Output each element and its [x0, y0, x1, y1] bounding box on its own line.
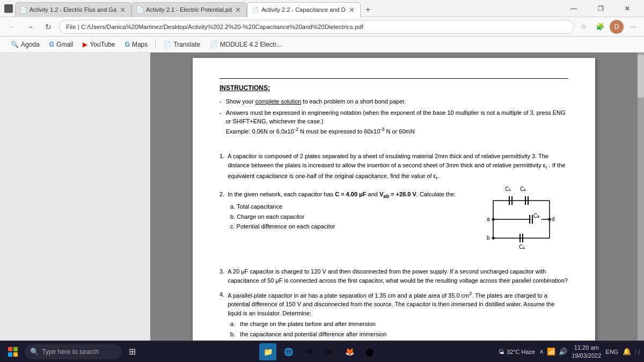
c3-label: C₃: [533, 213, 539, 219]
menu-icon[interactable]: ···: [627, 20, 640, 33]
weather-info: 🌤 32°C Haze: [499, 349, 535, 355]
task-view-button[interactable]: ⊞: [125, 344, 140, 359]
taskbar-edge[interactable]: 🌐: [280, 343, 297, 360]
tab-close-2[interactable]: ✕: [234, 6, 242, 14]
scrollbar-thumb[interactable]: [638, 55, 644, 98]
tab-close-3[interactable]: ✕: [348, 6, 356, 14]
taskbar-email[interactable]: ✉: [300, 343, 317, 360]
tab-1[interactable]: 📄 Activity 1.2 - Electric Flux and Ga ✕: [15, 2, 131, 17]
problem-1-text: A capacitor is composed of 2 plates sepa…: [228, 152, 568, 182]
clock-time: 11:20 am: [572, 344, 601, 351]
taskbar-search-text: Type here to search: [42, 348, 99, 356]
store-icon: 🛍: [325, 348, 333, 356]
address-bar: ← → ↻ ☆ 🧩 D ···: [0, 17, 644, 36]
taskbar-file-explorer[interactable]: 📁: [259, 343, 276, 360]
problem-2-sub-c: c. Potential difference on each capacito…: [230, 222, 466, 231]
pdf-viewer[interactable]: INSTRUCTIONS: - Show your complete solut…: [150, 53, 638, 341]
bookmark-module-label: MODULE 4.2 Electr...: [220, 41, 282, 48]
problem-4-sub-b: b. the capacitance and potential differe…: [230, 330, 568, 339]
profile-icon[interactable]: D: [610, 20, 624, 34]
wifi-icon[interactable]: 📶: [547, 348, 555, 356]
tab-title-1: Activity 1.2 - Electric Flux and Ga: [30, 6, 116, 13]
bookmark-gmail[interactable]: G Gmail: [45, 38, 78, 51]
sidebar-left: [0, 53, 150, 341]
volume-icon[interactable]: 🔊: [559, 348, 567, 356]
close-button[interactable]: ✕: [615, 0, 640, 17]
bookmarks-bar: 🔍 Agoda G Gmail ▶ YouTube G Maps 📄 Trans…: [0, 36, 644, 53]
bookmark-youtube-label: YouTube: [90, 41, 115, 48]
problem-2-sub-a: a. Total capacitance: [230, 202, 466, 211]
bullet-dash-2: -: [219, 108, 222, 136]
pdf-bullet-1: - Show your complete solution to each pr…: [219, 97, 568, 106]
tab-2[interactable]: 📄 Activity 2.1 - Electric Potential.pd ✕: [131, 2, 247, 17]
b-label: b: [487, 235, 490, 241]
refresh-button[interactable]: ↻: [41, 19, 56, 34]
bookmark-youtube[interactable]: ▶ YouTube: [78, 38, 119, 51]
taskbar-system-icons: ∧ 📶 🔊: [539, 348, 567, 356]
c1-label: C₁: [505, 186, 511, 192]
scrollbar-track[interactable]: [638, 53, 644, 341]
problem-4-sub-a: a. the charge on the plates before and a…: [230, 320, 568, 329]
chrome-icon: ⬤: [365, 348, 374, 356]
circuit-svg: C₁ C₂: [472, 184, 568, 260]
new-tab-button[interactable]: +: [361, 2, 376, 17]
taskbar-firefox[interactable]: 🦊: [341, 343, 358, 360]
bookmark-agoda-label: Agoda: [21, 41, 40, 48]
taskbar-clock[interactable]: 11:20 am 19/03/2022: [572, 344, 601, 359]
a-label: a: [487, 216, 490, 222]
minimize-button[interactable]: —: [561, 0, 586, 17]
taskbar-right: 🌤 32°C Haze ∧ 📶 🔊 11:20 am 19/03/2022 EN…: [499, 344, 640, 359]
language-indicator: ENG: [605, 349, 618, 355]
tabs-container: 📄 Activity 1.2 - Electric Flux and Ga ✕ …: [15, 0, 555, 17]
browser-icon: [4, 4, 13, 13]
problem-2: 2. In the given network, each capacitor …: [219, 190, 466, 201]
email-icon: ✉: [305, 348, 312, 356]
c2-label: C₂: [520, 186, 526, 192]
bookmark-module[interactable]: 📄 MODULE 4.2 Electr...: [206, 38, 286, 51]
svg-rect-17: [8, 347, 12, 351]
problem-4-text: A parallel-plate capacitor in air has a …: [228, 290, 568, 317]
taskbar-chrome[interactable]: ⬤: [361, 343, 378, 360]
edge-icon: 🌐: [284, 348, 293, 356]
pdf-instructions-title: INSTRUCTIONS:: [219, 83, 568, 93]
notification-icon[interactable]: 🔔: [623, 348, 631, 356]
taskbar-up-icon[interactable]: ∧: [539, 348, 544, 355]
bookmark-translate[interactable]: 📄 Translate: [159, 38, 204, 51]
d-label: d: [552, 216, 555, 222]
gmail-icon: G: [49, 41, 54, 48]
back-button[interactable]: ←: [4, 19, 19, 34]
bookmark-maps[interactable]: G Maps: [121, 38, 152, 51]
forward-button[interactable]: →: [23, 19, 38, 34]
bookmark-translate-label: Translate: [173, 41, 200, 48]
problem-3: 3. A 20 μF capacitor is charged to 120 V…: [219, 267, 568, 285]
taskbar-search-box[interactable]: 🔍 Type here to search: [25, 344, 121, 359]
restore-button[interactable]: ❐: [588, 0, 613, 17]
main-content: INSTRUCTIONS: - Show your complete solut…: [0, 53, 644, 341]
tab-icon-3: 📄: [252, 6, 259, 13]
show-desktop-icon[interactable]: |: [635, 349, 640, 355]
address-input[interactable]: [59, 20, 574, 34]
pdf-page: INSTRUCTIONS: - Show your complete solut…: [193, 58, 595, 341]
problem-4-num: 4.: [219, 290, 224, 317]
weather-icon: 🌤: [499, 349, 504, 355]
tab-3[interactable]: 📄 Activity 2.2 - Capacitance and D ✕: [247, 2, 361, 17]
window-controls: — ❐ ✕: [561, 0, 640, 17]
bookmark-star-icon[interactable]: ☆: [577, 20, 590, 33]
bookmark-agoda[interactable]: 🔍 Agoda: [6, 38, 44, 51]
svg-rect-19: [8, 352, 12, 357]
firefox-icon: 🦊: [345, 348, 354, 356]
windows-icon: [8, 347, 18, 357]
problem-2-text: 2. In the given network, each capacitor …: [219, 184, 466, 262]
start-button[interactable]: [4, 343, 21, 360]
problem-1-num: 1.: [219, 152, 224, 182]
svg-rect-20: [13, 352, 18, 357]
bookmark-gmail-label: Gmail: [56, 41, 73, 48]
tab-title-2: Activity 2.1 - Electric Potential.pd: [146, 6, 232, 13]
extensions-icon[interactable]: 🧩: [594, 20, 606, 33]
bullet-dash-1: -: [219, 97, 222, 106]
title-bar: 📄 Activity 1.2 - Electric Flux and Ga ✕ …: [0, 0, 644, 17]
file-explorer-icon: 📁: [264, 348, 273, 356]
taskbar-store[interactable]: 🛍: [320, 343, 338, 360]
tab-close-1[interactable]: ✕: [119, 6, 127, 14]
taskbar-middle: 📁 🌐 ✉ 🛍 🦊 ⬤: [143, 343, 495, 360]
